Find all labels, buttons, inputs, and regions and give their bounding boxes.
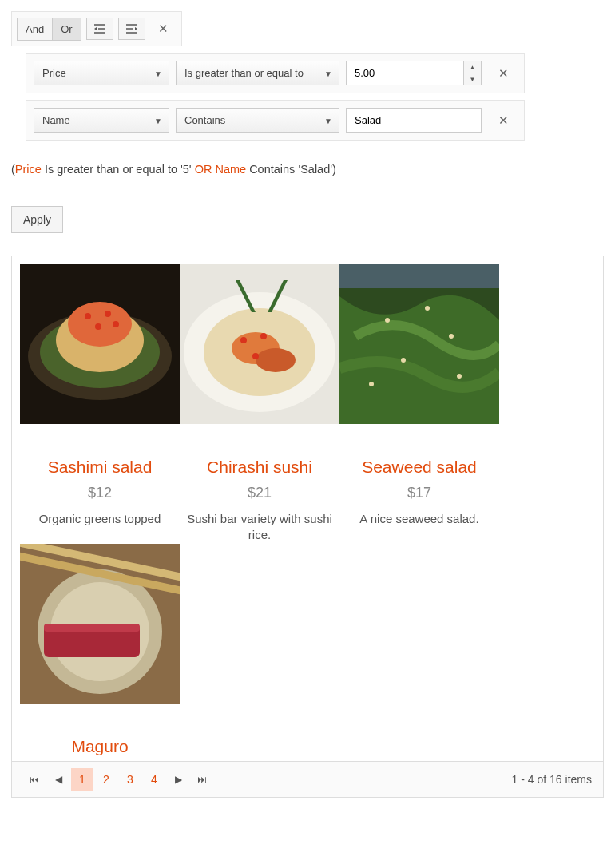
pager-prev-button[interactable]: ◀ xyxy=(47,768,69,791)
operator-select[interactable]: Is greater than or equal to xyxy=(176,61,339,85)
item-image xyxy=(20,544,180,704)
field-select[interactable]: Price xyxy=(34,61,169,85)
expr-field: Price xyxy=(15,163,42,176)
svg-point-23 xyxy=(457,374,462,379)
list-item: Sashimi salad $12 Organic greens topped xyxy=(20,264,180,544)
filter-row: Name ▼ Contains ▼ ✕ xyxy=(26,100,525,141)
item-title: Sashimi salad xyxy=(20,458,180,477)
spin-down-button[interactable]: ▼ xyxy=(464,73,481,85)
prev-page-icon: ◀ xyxy=(55,774,62,785)
pager-first-button[interactable]: ⏮ xyxy=(23,768,46,791)
apply-button[interactable]: Apply xyxy=(11,206,63,233)
pager-page-3[interactable]: 3 xyxy=(119,768,141,791)
add-expression-button[interactable] xyxy=(86,18,113,40)
expr-field: Name xyxy=(212,163,246,176)
number-spinners: ▲ ▼ xyxy=(463,61,481,85)
listview-content[interactable]: Sashimi salad $12 Organic greens topped … xyxy=(12,256,603,761)
and-button[interactable]: And xyxy=(17,18,53,41)
logic-group: And Or xyxy=(17,18,81,41)
svg-point-24 xyxy=(369,382,374,386)
pager: ⏮ ◀ 1 2 3 4 ▶ ⏭ 1 - 4 of 16 items xyxy=(12,761,603,797)
pager-nav: ⏮ ◀ 1 2 3 4 ▶ ⏭ xyxy=(23,768,213,791)
remove-filter-button[interactable]: ✕ xyxy=(490,109,517,133)
expr-or: OR xyxy=(195,163,212,176)
or-button[interactable]: Or xyxy=(53,18,81,41)
filter-toolbar: And Or ✕ xyxy=(11,11,182,46)
close-icon: ✕ xyxy=(498,113,509,127)
pager-page-2[interactable]: 2 xyxy=(95,768,117,791)
svg-point-13 xyxy=(256,348,296,372)
item-title: Chirashi sushi xyxy=(180,458,339,477)
field-select[interactable]: Name xyxy=(34,108,169,133)
first-page-icon: ⏮ xyxy=(30,774,39,785)
item-image xyxy=(20,264,180,424)
value-input[interactable] xyxy=(346,108,482,133)
item-title: Seaweed salad xyxy=(339,458,499,477)
spin-up-button[interactable]: ▲ xyxy=(464,61,481,73)
item-title: Maguro xyxy=(20,737,180,756)
filter-row: Price ▼ Is greater than or equal to ▼ ▲ … xyxy=(26,53,525,93)
operator-select[interactable]: Contains xyxy=(176,108,339,133)
pager-info: 1 - 4 of 16 items xyxy=(512,773,592,786)
filter-rows: Price ▼ Is greater than or equal to ▼ ▲ … xyxy=(26,53,604,141)
item-desc: Sushi bar variety with sushi rice. xyxy=(180,511,339,544)
value-input[interactable] xyxy=(346,61,482,85)
list-item: Seaweed salad $17 A nice seaweed salad. xyxy=(339,264,499,544)
svg-point-5 xyxy=(85,313,91,319)
item-price: $12 xyxy=(20,485,180,501)
close-icon: ✕ xyxy=(158,22,169,35)
next-page-icon: ▶ xyxy=(175,774,182,785)
svg-point-19 xyxy=(385,318,390,323)
item-price: $17 xyxy=(339,485,499,501)
close-icon: ✕ xyxy=(498,66,509,80)
item-image xyxy=(180,264,339,424)
item-price: $21 xyxy=(180,485,339,501)
pager-page-1[interactable]: 1 xyxy=(71,768,93,791)
remove-filter-button[interactable]: ✕ xyxy=(490,61,517,85)
add-group-button[interactable] xyxy=(118,18,145,40)
last-page-icon: ⏭ xyxy=(197,774,207,785)
svg-point-21 xyxy=(449,334,454,339)
pager-last-button[interactable]: ⏭ xyxy=(191,768,213,791)
svg-point-15 xyxy=(260,333,267,339)
svg-point-16 xyxy=(252,353,259,359)
listview: Sashimi salad $12 Organic greens topped … xyxy=(11,256,604,798)
svg-point-7 xyxy=(95,323,101,330)
svg-point-8 xyxy=(113,321,119,327)
pager-page-4[interactable]: 4 xyxy=(143,768,165,791)
clear-all-button[interactable]: ✕ xyxy=(150,17,177,41)
svg-point-6 xyxy=(105,311,111,317)
expression-preview: (Price Is greater than or equal to '5' O… xyxy=(11,163,604,176)
list-item: Maguro $12.5 Tuna pieces. xyxy=(20,544,180,762)
item-desc: A nice seaweed salad. xyxy=(339,511,499,527)
svg-point-22 xyxy=(401,358,406,363)
svg-rect-29 xyxy=(44,624,140,632)
svg-rect-18 xyxy=(339,264,499,288)
list-item: Chirashi sushi $21 Sushi bar variety wit… xyxy=(180,264,339,544)
svg-point-20 xyxy=(425,306,430,311)
pager-next-button[interactable]: ▶ xyxy=(167,768,189,791)
item-desc: Organic greens topped xyxy=(20,511,180,527)
svg-point-14 xyxy=(240,337,247,343)
indent-right-icon xyxy=(125,23,138,34)
indent-left-icon xyxy=(93,23,106,34)
item-image xyxy=(339,264,499,424)
